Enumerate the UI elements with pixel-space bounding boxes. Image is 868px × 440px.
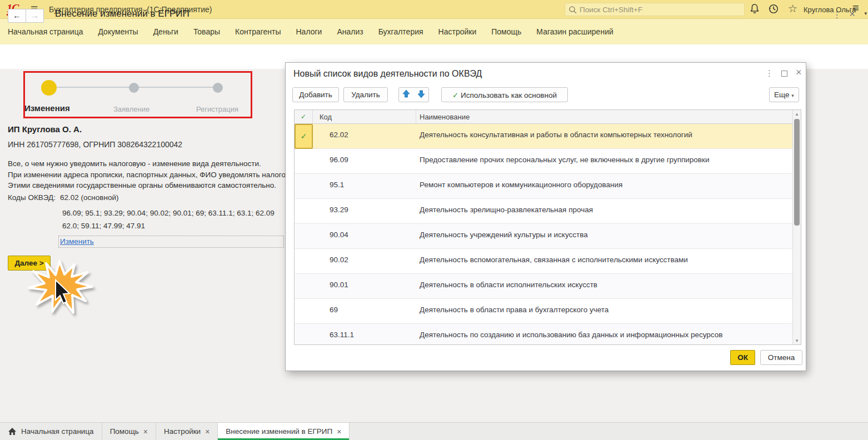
forward-button[interactable]: → xyxy=(26,9,44,23)
scrollbar-thumb[interactable] xyxy=(794,119,800,226)
header-check-icon: ✓ xyxy=(301,113,306,121)
table-row[interactable]: 93.29Деятельность зрелищно-развлекательн… xyxy=(295,199,793,224)
open-windows-tabbar: Начальная страница Помощь × Настройки × … xyxy=(0,422,868,440)
okved-main-code: 62.02 (основной) xyxy=(60,193,118,202)
tab-close-icon[interactable]: × xyxy=(205,427,209,436)
add-button[interactable]: Добавить xyxy=(292,87,339,102)
global-search xyxy=(565,3,745,16)
forward-arrow-icon: → xyxy=(31,11,39,20)
entity-name: ИП Круглова О. А. xyxy=(8,124,82,134)
dialog-title: Новый список видов деятельности по ОКВЭД xyxy=(293,69,482,79)
arrow-up-icon xyxy=(402,89,411,98)
page-kebab-icon[interactable]: ⋮ xyxy=(832,9,841,20)
okved-label: Коды ОКВЭД: xyxy=(8,193,56,202)
user-name[interactable]: Круглова Ольга xyxy=(804,6,856,14)
back-button[interactable]: ← xyxy=(8,9,26,23)
table-header: ✓ Код Наименование xyxy=(295,110,793,124)
notifications-bell-icon[interactable] xyxy=(749,3,761,16)
use-as-main-button[interactable]: ✓ Использовать как основной xyxy=(441,87,568,102)
red-highlight-box xyxy=(23,71,252,118)
table-row[interactable]: 63.11.1Деятельность по созданию и исполь… xyxy=(295,324,793,345)
tab-label: Начальная страница xyxy=(21,427,94,436)
description-text: Все, о чем нужно уведомить налоговую - и… xyxy=(8,158,290,191)
menu-item-analysis[interactable]: Анализ xyxy=(337,27,363,36)
description-line: При изменении адреса прописки, паспортны… xyxy=(8,169,290,181)
move-down-button[interactable] xyxy=(413,87,429,102)
dialog-maximize-icon[interactable] xyxy=(781,71,787,77)
page-title: Внесение изменений в ЕГРИП xyxy=(55,8,189,19)
page-close-icon[interactable]: × xyxy=(849,8,855,20)
okved-codes-line: 96.09; 95.1; 93.29; 90.04; 90.02; 90.01;… xyxy=(62,209,275,217)
menu-item-money[interactable]: Деньги xyxy=(153,27,178,36)
table-row[interactable]: ✓ 62.02 Деятельность консультативная и р… xyxy=(295,124,793,149)
menu-item-accounting[interactable]: Бухгалтерия xyxy=(378,27,423,36)
check-icon: ✓ xyxy=(452,91,458,99)
tab-egrip-changes[interactable]: Внесение изменений в ЕГРИП × xyxy=(218,423,350,440)
header-name[interactable]: Наименование xyxy=(416,110,793,123)
table-row[interactable]: 90.02Деятельность вспомогательная, связа… xyxy=(295,249,793,274)
menu-item-taxes[interactable]: Налоги xyxy=(296,27,322,36)
tab-close-icon[interactable]: × xyxy=(143,427,148,436)
menu-item-goods[interactable]: Товары xyxy=(193,27,220,36)
edit-link[interactable]: Изменить xyxy=(60,237,94,246)
vertical-scrollbar[interactable]: ▴ ▾ xyxy=(792,110,801,344)
ok-button[interactable]: ОК xyxy=(730,350,755,365)
tab-help[interactable]: Помощь × xyxy=(102,423,156,440)
description-line: Этими сведениями государственные органы … xyxy=(8,180,290,191)
entity-ids: ИНН 261705777698, ОГРНИП 308264322100042 xyxy=(8,140,182,149)
app-window: 1С ≡ Бухгалтерия предприятия (1С:Предпри… xyxy=(0,0,868,440)
back-arrow-icon: ← xyxy=(13,11,21,20)
use-as-main-label: Использовать как основной xyxy=(461,91,557,99)
more-label: Еще xyxy=(774,91,789,99)
search-icon xyxy=(568,6,577,14)
tab-home[interactable]: Начальная страница xyxy=(0,423,102,440)
okved-dialog: Новый список видов деятельности по ОКВЭД… xyxy=(285,62,806,371)
dialog-close-icon[interactable]: × xyxy=(796,67,802,78)
menu-item-home[interactable]: Начальная страница xyxy=(8,27,83,36)
delete-button[interactable]: Удалить xyxy=(343,87,388,102)
okved-table: ✓ Код Наименование ✓ 62.02 Деятельность … xyxy=(294,109,801,345)
tab-label: Настройки xyxy=(164,427,201,436)
description-line: Все, о чем нужно уведомить налоговую - и… xyxy=(8,158,290,169)
tab-label: Помощь xyxy=(110,427,139,436)
okved-edit-field: Изменить xyxy=(58,236,284,248)
click-burst-cursor-icon xyxy=(28,260,93,314)
menu-item-settings[interactable]: Настройки xyxy=(438,27,477,36)
tab-label: Внесение изменений в ЕГРИП xyxy=(226,427,332,436)
home-icon xyxy=(8,427,17,436)
tab-settings[interactable]: Настройки × xyxy=(156,423,218,440)
scroll-down-icon[interactable]: ▾ xyxy=(793,338,801,343)
scroll-up-icon[interactable]: ▴ xyxy=(793,111,801,117)
more-button[interactable]: Еще ▾ xyxy=(769,87,799,102)
table-row[interactable]: 95.1Ремонт компьютеров и коммуникационно… xyxy=(295,174,793,199)
table-row[interactable]: 69Деятельность в области права и бухгалт… xyxy=(295,299,793,324)
table-row[interactable]: 90.04Деятельность учреждений культуры и … xyxy=(295,224,793,249)
history-icon[interactable] xyxy=(768,3,780,16)
menu-item-extensions-store[interactable]: Магазин расширений xyxy=(536,27,613,36)
row-check-icon: ✓ xyxy=(301,132,307,141)
dialog-kebab-icon[interactable]: ⋮ xyxy=(765,68,774,78)
menu-item-contractors[interactable]: Контрагенты xyxy=(235,27,281,36)
arrow-down-icon xyxy=(417,89,426,98)
header-code[interactable]: Код xyxy=(313,110,416,123)
favorites-star-icon[interactable]: ☆ xyxy=(788,3,800,16)
sections-menu: Начальная страница Документы Деньги Това… xyxy=(0,19,868,44)
cancel-button[interactable]: Отмена xyxy=(760,350,802,365)
tab-close-icon[interactable]: × xyxy=(337,427,341,436)
menu-item-documents[interactable]: Документы xyxy=(98,27,138,36)
okved-codes-line: 62.0; 59.11; 47.99; 47.91 xyxy=(62,222,145,230)
move-up-button[interactable] xyxy=(398,87,414,102)
table-row[interactable]: 96.09Предоставление прочих персональных … xyxy=(295,149,793,174)
table-row[interactable]: 90.01Деятельность в области исполнительс… xyxy=(295,274,793,299)
search-input[interactable] xyxy=(580,3,741,16)
chevron-down-icon: ▾ xyxy=(791,93,794,98)
menu-item-help[interactable]: Помощь xyxy=(491,27,521,36)
